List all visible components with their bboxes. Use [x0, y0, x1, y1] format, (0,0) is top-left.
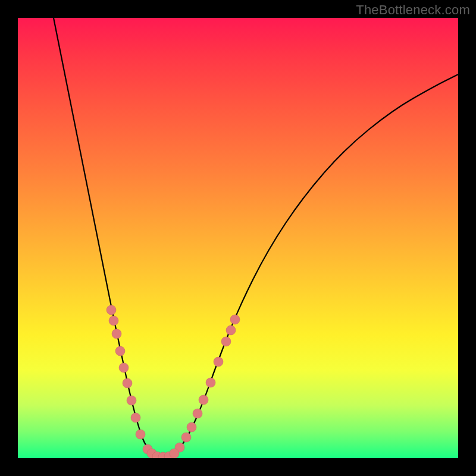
- data-dot: [193, 409, 202, 418]
- data-dot: [109, 316, 118, 325]
- plot-area: [18, 18, 458, 458]
- data-dot: [123, 378, 132, 388]
- data-dot: [214, 357, 223, 367]
- data-dot: [187, 422, 196, 432]
- data-dot: [230, 315, 240, 324]
- data-dot: [206, 378, 215, 387]
- data-dot: [226, 325, 236, 335]
- bottleneck-curve: [54, 18, 458, 456]
- watermark-text: TheBottleneck.com: [356, 2, 470, 18]
- data-dot: [127, 396, 136, 405]
- chart-frame: TheBottleneck.com: [0, 0, 476, 476]
- data-dot: [136, 430, 145, 439]
- data-dot: [170, 449, 179, 458]
- data-dot: [112, 329, 121, 339]
- data-dot: [115, 346, 125, 356]
- data-dot: [221, 337, 231, 346]
- data-dot: [107, 305, 116, 315]
- data-dot: [181, 433, 191, 442]
- data-dot: [131, 413, 140, 422]
- data-dots: [107, 305, 240, 458]
- data-dot: [119, 363, 129, 372]
- curve-layer: [18, 18, 458, 458]
- data-dot: [199, 395, 208, 405]
